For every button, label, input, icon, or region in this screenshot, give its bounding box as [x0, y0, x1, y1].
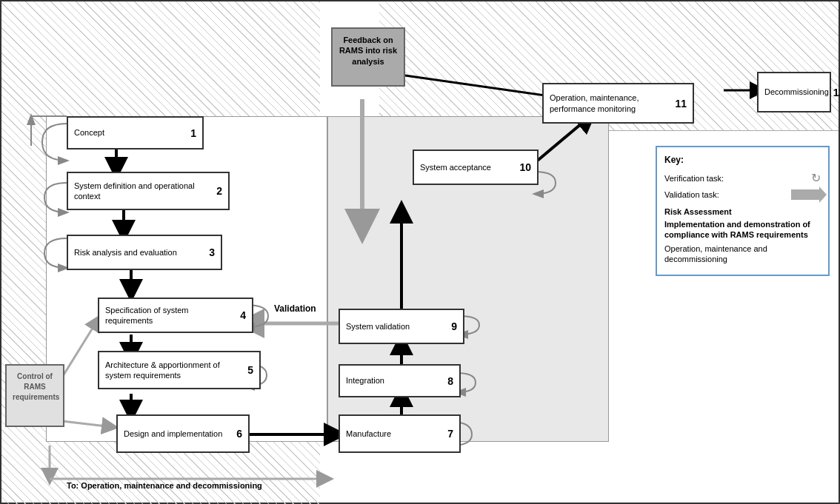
design-label: Design and implementation [124, 429, 222, 439]
verification-icon: ↻ [811, 171, 821, 185]
operation-key-text: Operation, maintenance and decommissioni… [664, 243, 821, 265]
sys-validation-box: System validation 9 [339, 309, 464, 344]
validation-arrow-icon [791, 189, 821, 200]
manufacture-label: Manufacture [346, 429, 391, 439]
decommission-label: Decommissioning [764, 87, 829, 97]
design-number: 6 [236, 428, 242, 440]
validation-text: Validation [274, 303, 316, 314]
risk-analysis-box: Risk analysis and evaluation 3 [67, 235, 222, 270]
validation-label: Validation [274, 303, 316, 314]
sys-validation-number: 9 [451, 320, 457, 332]
bottom-label: To: Operation, maintenance and decommiss… [67, 481, 262, 490]
impl-text: Implementation and demonstration of comp… [664, 219, 821, 241]
operation-box: Operation, maintenance, performance moni… [542, 83, 694, 124]
integration-box: Integration 8 [339, 364, 461, 397]
bottom-text: To: Operation, maintenance and decommiss… [67, 481, 262, 490]
white-inner-area [46, 116, 327, 442]
rams-label: Control of RAMS requirements [13, 372, 59, 401]
design-box: Design and implementation 6 [116, 414, 250, 453]
risk-analysis-label: Risk analysis and evaluation [74, 247, 177, 258]
sys-validation-label: System validation [346, 321, 410, 332]
arch-label: Architecture & apportionment of system r… [105, 360, 243, 381]
key-title: Key: [664, 155, 821, 165]
spec-req-label: Specification of system requirements [105, 305, 236, 326]
feedback-box: Feedback on RAMS into risk analysis [331, 27, 405, 87]
spec-req-number: 4 [240, 309, 246, 321]
risk-analysis-number: 3 [209, 246, 215, 258]
arch-number: 5 [247, 364, 253, 376]
decommission-number: 12 [833, 87, 840, 98]
main-container: Feedback on RAMS into risk analysis Conc… [0, 0, 840, 504]
operation-number: 11 [675, 98, 687, 110]
concept-number: 1 [190, 127, 196, 139]
verification-key-item: Verification task: ↻ [664, 171, 821, 185]
sys-acceptance-number: 10 [519, 161, 531, 173]
sys-acceptance-box: System acceptance 10 [413, 149, 539, 185]
system-def-number: 2 [216, 185, 222, 197]
manufacture-number: 7 [447, 428, 453, 440]
risk-assessment-title: Risk Assessment [664, 207, 821, 216]
concept-box: Concept 1 [67, 116, 204, 149]
key-box: Key: Verification task: ↻ Validation tas… [656, 146, 830, 276]
spec-req-box: Specification of system requirements 4 [98, 298, 253, 333]
manufacture-box: Manufacture 7 [339, 414, 461, 453]
feedback-label: Feedback on RAMS into risk analysis [339, 36, 397, 66]
verification-label: Verification task: [664, 174, 805, 183]
rams-box: Control of RAMS requirements [5, 364, 64, 427]
operation-label: Operation, maintenance, performance moni… [550, 93, 670, 114]
arch-box: Architecture & apportionment of system r… [98, 351, 261, 389]
integration-number: 8 [447, 375, 453, 387]
system-def-box: System definition and operational contex… [67, 172, 230, 210]
system-def-label: System definition and operational contex… [74, 181, 212, 202]
sys-acceptance-label: System acceptance [420, 162, 491, 172]
validation-key-label: Validation task: [664, 190, 785, 199]
concept-label: Concept [74, 127, 104, 138]
validation-key-item: Validation task: [664, 189, 821, 200]
integration-label: Integration [346, 375, 384, 386]
decommission-box: Decommissioning 12 [757, 72, 831, 112]
